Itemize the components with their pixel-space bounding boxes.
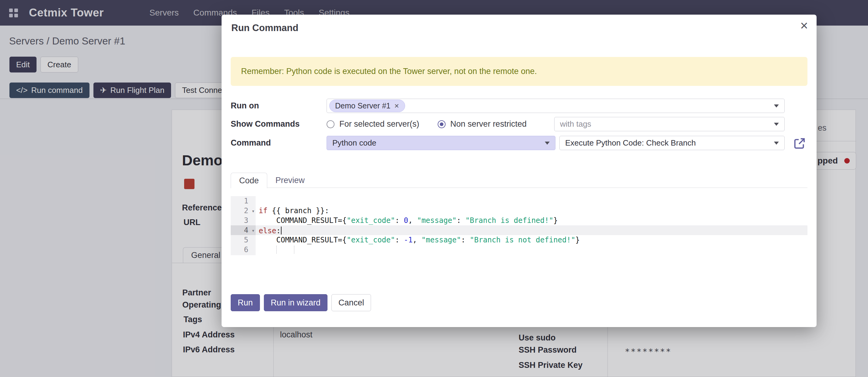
server-tag-label: Demo Server #1: [335, 102, 391, 110]
radio-non-server-restricted[interactable]: [438, 120, 445, 128]
tab-code[interactable]: Code: [231, 173, 267, 188]
editor-gutter: 12▾34▾56: [231, 196, 256, 255]
gutter-line: 3: [231, 215, 256, 225]
command-value: Execute Python Code: Check Branch: [560, 138, 696, 148]
command-type-value: Python code: [327, 138, 376, 148]
code-line[interactable]: [256, 196, 807, 206]
tags-filter-placeholder: with tags: [555, 119, 591, 129]
radio-for-selected-servers[interactable]: [327, 120, 335, 128]
code-line[interactable]: COMMAND_RESULT={"exit_code": 0, "message…: [256, 215, 807, 225]
tags-filter-select[interactable]: with tags: [554, 117, 785, 131]
gutter-line: 4▾: [231, 225, 256, 235]
code-line[interactable]: [256, 245, 807, 255]
editor-code-area[interactable]: if {{ branch }}: COMMAND_RESULT={"exit_c…: [256, 196, 807, 255]
fold-arrow-icon[interactable]: ▾: [252, 226, 255, 235]
code-line[interactable]: COMMAND_RESULT={"exit_code": -1, "messag…: [256, 235, 807, 245]
chevron-down-icon: [774, 123, 779, 126]
gutter-line: 2▾: [231, 206, 256, 215]
chevron-down-icon: [774, 142, 779, 145]
gutter-line: 6: [231, 245, 256, 255]
fold-arrow-icon[interactable]: ▾: [252, 206, 255, 216]
tab-bar-line: [231, 187, 807, 188]
show-commands-radio-group: For selected server(s) Non server restri…: [327, 117, 527, 131]
warning-alert: Remember: Python code is executed on the…: [231, 57, 807, 86]
command-select[interactable]: Execute Python Code: Check Branch: [559, 136, 785, 150]
alert-text: Remember: Python code is executed on the…: [241, 67, 537, 76]
chevron-down-icon: [774, 105, 779, 108]
run-button[interactable]: Run: [231, 294, 260, 311]
close-icon: ×: [800, 18, 808, 33]
cancel-button[interactable]: Cancel: [332, 294, 371, 311]
run-command-modal: Run Command × Remember: Python code is e…: [222, 14, 816, 327]
chevron-down-icon: [545, 142, 550, 145]
command-label: Command: [231, 136, 271, 150]
run-on-select[interactable]: Demo Server #1 ✕: [327, 99, 785, 113]
code-line[interactable]: if {{ branch }}:: [256, 206, 807, 215]
text-cursor: [281, 227, 281, 234]
show-commands-label: Show Commands: [231, 117, 300, 131]
run-in-wizard-button[interactable]: Run in wizard: [264, 294, 328, 311]
modal-footer: Run Run in wizard Cancel: [231, 294, 371, 311]
code-line[interactable]: else:: [256, 225, 807, 235]
gutter-line: 5: [231, 235, 256, 245]
radio-for-selected-servers-label[interactable]: For selected server(s): [339, 119, 420, 129]
tag-remove-icon[interactable]: ✕: [394, 102, 399, 110]
modal-title: Run Command: [231, 23, 298, 33]
code-editor[interactable]: 12▾34▾56 if {{ branch }}: COMMAND_RESULT…: [231, 196, 807, 255]
gutter-line: 1: [231, 196, 256, 206]
server-tag: Demo Server #1 ✕: [329, 99, 405, 112]
tab-preview[interactable]: Preview: [270, 173, 310, 188]
command-type-select[interactable]: Python code: [327, 136, 555, 150]
close-button[interactable]: ×: [800, 19, 808, 32]
run-on-label: Run on: [231, 99, 259, 113]
external-link-icon[interactable]: [793, 137, 806, 150]
radio-non-server-restricted-label[interactable]: Non server restricted: [451, 119, 527, 129]
